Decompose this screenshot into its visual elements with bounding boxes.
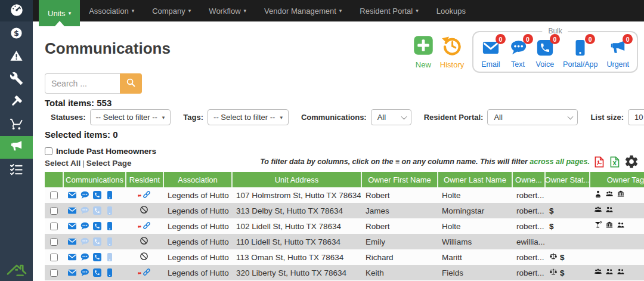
resident-linked-icon[interactable]	[137, 267, 151, 278]
include-past-checkbox[interactable]	[45, 147, 52, 155]
app-logo[interactable]	[0, 0, 33, 21]
list-size-select[interactable]: 10	[628, 109, 644, 125]
row-checkbox[interactable]	[50, 269, 58, 277]
resident-linked-icon[interactable]	[137, 190, 151, 200]
email-icon[interactable]	[67, 252, 77, 262]
mobile-icon[interactable]	[105, 237, 114, 246]
email-icon[interactable]	[67, 268, 77, 277]
column-header-communications[interactable]: Communications	[63, 172, 125, 187]
resident-blocked-icon	[140, 205, 148, 217]
chat-icon[interactable]	[80, 252, 89, 262]
column-header-owner-tag[interactable]: Owner Tag	[589, 172, 644, 187]
bulk-voice-button[interactable]: 0Voice	[536, 39, 555, 69]
bulk-text-button[interactable]: 0Text	[509, 39, 527, 69]
chat-icon[interactable]	[80, 268, 89, 277]
sidebar-item-hammer[interactable]	[0, 91, 33, 113]
column-header-owner-stat[interactable]: Owner Stat...	[544, 172, 589, 187]
voice-icon[interactable]	[92, 268, 102, 277]
table-row[interactable]: Legends of Hutto107 Holmstrom St, Hutto …	[45, 187, 644, 203]
chat-icon: 0	[509, 39, 527, 59]
mobile-icon[interactable]	[105, 221, 114, 231]
nav-item-resident-portal[interactable]: Resident Portal▾	[351, 0, 427, 21]
sidebar-item-checklist[interactable]	[0, 159, 33, 181]
history-button[interactable]: History	[440, 31, 464, 73]
column-header-owne[interactable]: Owne...	[512, 172, 544, 187]
select-page-link[interactable]: Select Page	[86, 159, 132, 168]
email-icon[interactable]	[67, 206, 77, 215]
email-icon[interactable]	[67, 237, 77, 246]
resident-portal-select[interactable]: All	[487, 109, 578, 125]
cocktail-tag-icon	[594, 221, 602, 231]
voice-icon[interactable]	[92, 221, 102, 231]
row-checkbox[interactable]	[50, 223, 58, 230]
table-row[interactable]: Legends of Hutto113 Oman St, Hutto TX 78…	[45, 249, 644, 265]
row-checkbox[interactable]	[50, 254, 58, 261]
column-header-resident[interactable]: Resident	[125, 172, 163, 187]
mobile-icon[interactable]	[105, 190, 114, 200]
voice-icon[interactable]	[92, 252, 102, 262]
dollar-stat-icon: $	[560, 253, 565, 262]
excel-export-icon[interactable]: X	[608, 156, 621, 168]
column-header-checkbox[interactable]	[45, 172, 63, 187]
table-row[interactable]: Legends of Hutto102 Lidell St, Hutto TX …	[45, 218, 644, 234]
table-row[interactable]: Legends of Hutto110 Lidell St, Hutto TX …	[45, 234, 644, 249]
nav-item-company[interactable]: Company▾	[143, 0, 200, 21]
settings-gear-icon[interactable]	[624, 154, 639, 169]
mobile-icon[interactable]	[105, 206, 114, 215]
sidebar: $	[0, 0, 33, 281]
dashboard-gauge-icon	[9, 2, 24, 20]
voice-icon[interactable]	[92, 206, 102, 215]
nav-item-lookups[interactable]: Lookups	[428, 0, 475, 21]
nav-item-vendor-management[interactable]: Vendor Management▾	[255, 0, 351, 21]
pdf-export-icon[interactable]	[593, 156, 605, 168]
communications-cell	[63, 249, 125, 265]
column-header-association[interactable]: Association	[163, 172, 231, 187]
sidebar-item-dollar[interactable]: $	[0, 23, 33, 45]
megaphone-icon	[10, 140, 23, 156]
tags-label: Tags:	[183, 113, 203, 122]
chat-icon[interactable]	[80, 206, 89, 215]
email-icon[interactable]	[67, 221, 77, 231]
association-cell: Legends of Hutto	[163, 203, 231, 218]
column-header-unit-address[interactable]: Unit Address	[231, 172, 361, 187]
column-header-owner-last-name[interactable]: Owner Last Name	[437, 172, 512, 187]
new-button[interactable]: New	[413, 31, 434, 73]
nav-item-association[interactable]: Association▾	[80, 0, 143, 21]
row-checkbox[interactable]	[50, 192, 58, 199]
resident-linked-icon[interactable]	[137, 221, 151, 231]
sidebar-item-wrench[interactable]	[0, 68, 33, 91]
sidebar-item-warning[interactable]	[0, 45, 33, 68]
mobile-icon[interactable]	[105, 268, 114, 277]
nav-item-units[interactable]: Units▾	[39, 0, 80, 26]
bulk-email-button[interactable]: 0Email	[481, 39, 500, 69]
row-checkbox[interactable]	[50, 207, 58, 215]
voice-icon[interactable]	[92, 190, 102, 200]
tags-dropdown[interactable]: -- Select to filter --▾	[208, 109, 289, 125]
email-icon[interactable]	[67, 190, 77, 200]
new-button-label: New	[416, 60, 431, 69]
table-row[interactable]: Legends of Hutto320 Liberty St, Hutto TX…	[45, 265, 644, 280]
bulk-portal-app-button[interactable]: 0Portal/App	[563, 39, 597, 69]
sidebar-item-megaphone[interactable]	[0, 136, 33, 159]
checkbox-cell	[45, 203, 63, 218]
voice-icon[interactable]	[92, 237, 102, 246]
association-cell: Legends of Hutto	[163, 234, 231, 249]
caret-down-icon: ▾	[416, 8, 419, 14]
row-checkbox[interactable]	[50, 238, 58, 246]
statuses-dropdown[interactable]: -- Select to filter --▾	[90, 109, 171, 125]
search-button[interactable]	[120, 73, 142, 94]
owner-first-name-cell: Emily	[361, 234, 437, 249]
chat-icon[interactable]	[80, 237, 89, 246]
sidebar-item-cart[interactable]	[0, 113, 33, 136]
mobile-icon[interactable]	[105, 252, 114, 262]
communications-label: Communications:	[301, 113, 367, 122]
nav-item-workflow[interactable]: Workflow▾	[200, 0, 255, 21]
chat-icon[interactable]	[80, 221, 89, 231]
table-row[interactable]: Legends of Hutto313 Delby St, Hutto TX 7…	[45, 203, 644, 218]
select-all-link[interactable]: Select All	[45, 159, 80, 168]
bulk-urgent-button[interactable]: 0Urgent	[606, 39, 629, 69]
column-header-owner-first-name[interactable]: Owner First Name	[361, 172, 437, 187]
chat-icon[interactable]	[80, 190, 89, 200]
search-input[interactable]	[45, 73, 120, 94]
communications-select[interactable]: All	[371, 109, 411, 125]
